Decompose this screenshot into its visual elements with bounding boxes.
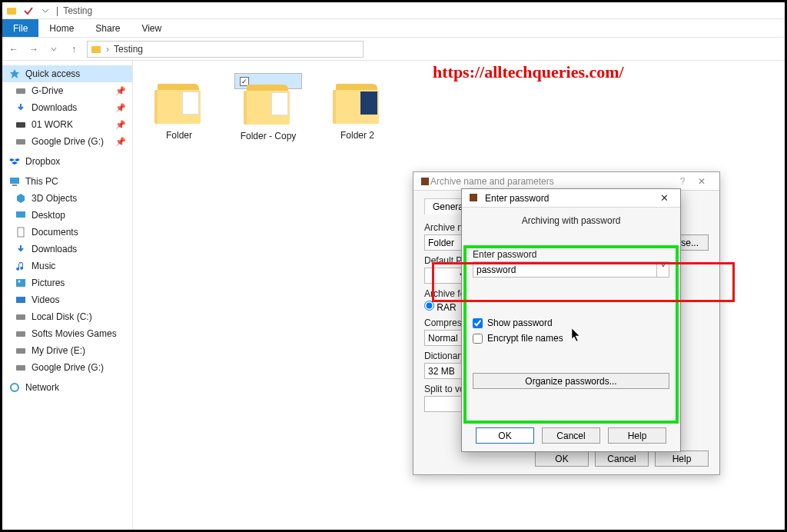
password-dropdown-icon[interactable]: ˅	[657, 261, 669, 278]
check-icon	[22, 5, 35, 17]
tab-share[interactable]: Share	[85, 19, 131, 37]
svg-rect-10	[16, 279, 25, 287]
tab-home[interactable]: Home	[38, 19, 85, 37]
svg-rect-16	[16, 365, 25, 371]
folder-label: Folder - Copy	[237, 131, 300, 141]
pin-icon: 📌	[115, 120, 126, 130]
svg-rect-12	[16, 297, 25, 303]
sidebar-item-3dobjects[interactable]: 3D Objects	[2, 190, 132, 207]
ribbon: File Home Share View	[2, 19, 785, 38]
sidebar-this-pc[interactable]: This PC	[2, 173, 132, 190]
pin-icon: 📌	[115, 103, 126, 113]
window-title-bar: | Testing	[2, 2, 785, 19]
drive-icon	[15, 85, 27, 97]
cube-icon	[15, 192, 27, 204]
help-button[interactable]: Help	[655, 451, 709, 467]
svg-rect-19	[470, 194, 477, 201]
picture-icon	[15, 277, 27, 289]
pin-icon: 📌	[115, 86, 126, 96]
svg-point-11	[18, 281, 21, 283]
sidebar-item-downloads2[interactable]: Downloads	[2, 241, 132, 258]
close-icon[interactable]: ✕	[654, 192, 674, 204]
watermark-url: https://alltechqueries.com/	[433, 62, 624, 82]
cancel-button[interactable]: Cancel	[542, 427, 600, 444]
sidebar-item-desktop[interactable]: Desktop	[2, 207, 132, 224]
sidebar-quick-access[interactable]: Quick access	[2, 65, 132, 82]
sidebar-item-googledrive2[interactable]: Google Drive (G:)	[2, 359, 132, 376]
svg-rect-3	[16, 88, 25, 94]
folder-label: Folder	[147, 130, 211, 141]
download-icon	[15, 101, 27, 114]
music-icon	[15, 260, 27, 272]
star-icon	[8, 68, 21, 80]
forward-button[interactable]: →	[27, 42, 41, 56]
ok-button[interactable]: OK	[476, 427, 534, 444]
sidebar-item-googledrive[interactable]: Google Drive (G:)📌	[2, 133, 132, 150]
folder-icon	[244, 83, 293, 128]
folder-item[interactable]: Folder 2	[324, 73, 391, 145]
sidebar-network[interactable]: Network	[2, 379, 132, 396]
help-button[interactable]: Help	[608, 427, 666, 444]
folder-icon	[333, 82, 382, 127]
tab-file[interactable]: File	[2, 19, 38, 37]
encrypt-filenames-checkbox[interactable]: Encrypt file names	[473, 333, 669, 344]
password-input[interactable]	[473, 261, 657, 278]
folder-item[interactable]: Folder	[145, 73, 213, 145]
folder-icon	[5, 5, 18, 17]
svg-rect-6	[10, 178, 19, 184]
drive-icon	[15, 328, 27, 340]
svg-rect-1	[91, 46, 101, 53]
sidebar-item-01work[interactable]: 01 WORK📌	[2, 116, 132, 133]
svg-rect-7	[12, 185, 17, 186]
dialog-title: Enter password	[485, 193, 654, 204]
breadcrumb[interactable]: › Testing	[87, 41, 364, 58]
sidebar-item-downloads[interactable]: Downloads📌	[2, 99, 132, 116]
folder-item-selected[interactable]: ✓ Folder - Copy	[234, 73, 302, 89]
tab-view[interactable]: View	[131, 19, 172, 37]
svg-rect-13	[16, 314, 25, 320]
close-icon[interactable]: ✕	[690, 176, 713, 187]
sidebar-item-softs[interactable]: Softs Movies Games	[2, 325, 132, 342]
sidebar-item-mydrive[interactable]: My Drive (E:)	[2, 342, 132, 359]
drive-icon	[15, 135, 27, 148]
recent-button[interactable]	[47, 42, 61, 56]
pc-icon	[8, 175, 21, 188]
video-icon	[15, 294, 27, 306]
sidebar-item-pictures[interactable]: Pictures	[2, 274, 132, 291]
drive-icon	[15, 344, 27, 357]
dialog-title: Archive name and parameters	[430, 176, 675, 187]
up-button[interactable]: ↑	[67, 42, 81, 56]
dialog-titlebar[interactable]: Enter password ✕	[462, 189, 680, 208]
cancel-button[interactable]: Cancel	[595, 451, 649, 467]
help-icon[interactable]: ?	[675, 176, 690, 187]
svg-rect-9	[18, 228, 24, 237]
ok-button[interactable]: OK	[535, 451, 589, 467]
drive-icon	[15, 118, 27, 131]
show-password-checkbox[interactable]: Show password	[473, 318, 669, 328]
svg-point-17	[11, 384, 18, 391]
winrar-icon	[468, 192, 480, 204]
svg-rect-15	[16, 348, 25, 354]
dialog-subtitle: Archiving with password	[473, 215, 669, 226]
sidebar-dropbox[interactable]: Dropbox	[2, 153, 132, 170]
svg-marker-2	[10, 69, 19, 78]
document-icon	[15, 226, 27, 238]
organize-passwords-button[interactable]: Organize passwords...	[473, 373, 669, 389]
svg-rect-0	[7, 8, 16, 15]
sidebar-item-localdisk[interactable]: Local Disk (C:)	[2, 308, 132, 325]
format-rar-radio[interactable]: RAR	[424, 301, 457, 313]
breadcrumb-sep-icon: ›	[106, 44, 109, 55]
sidebar-item-music[interactable]: Music	[2, 258, 132, 274]
sidebar-item-videos[interactable]: Videos	[2, 291, 132, 308]
dropbox-icon	[8, 155, 21, 168]
desktop-icon	[15, 209, 27, 221]
sidebar-item-documents[interactable]: Documents	[2, 224, 132, 241]
folder-icon	[154, 82, 204, 127]
svg-rect-14	[16, 331, 25, 337]
down-icon[interactable]	[39, 5, 51, 17]
svg-rect-4	[16, 122, 25, 128]
breadcrumb-current[interactable]: Testing	[114, 44, 143, 55]
sidebar-item-gdrive[interactable]: G-Drive📌	[2, 82, 132, 99]
folder-icon	[91, 44, 101, 55]
back-button[interactable]: ←	[7, 42, 21, 56]
